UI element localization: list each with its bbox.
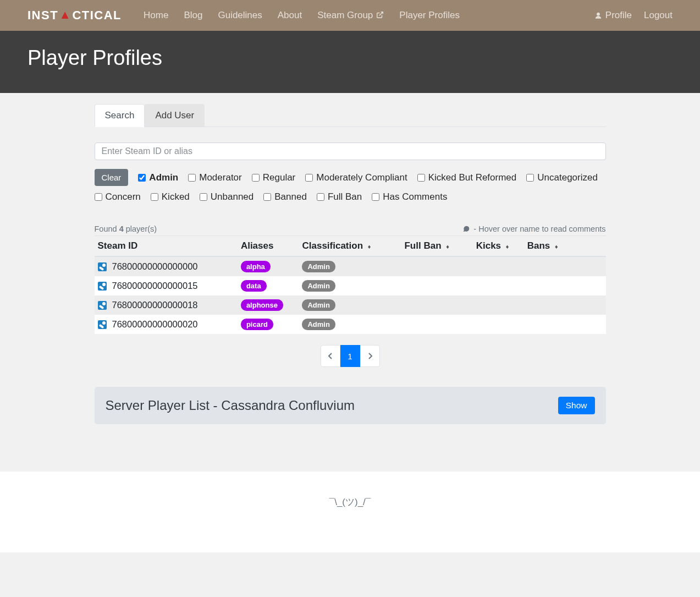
th-bans-label: Bans xyxy=(527,240,550,251)
search-input[interactable] xyxy=(95,143,606,160)
filter-admin-checkbox[interactable] xyxy=(138,174,146,182)
th-bans[interactable]: Bans ♦ xyxy=(524,236,606,257)
filter-uncategorized[interactable]: Uncategorized xyxy=(526,172,598,183)
filter-banned[interactable]: Banned xyxy=(263,191,307,202)
cell-full-ban xyxy=(401,295,472,315)
filter-moderately-compliant-checkbox[interactable] xyxy=(305,174,313,182)
tab-search[interactable]: Search xyxy=(95,104,145,127)
filter-moderator-checkbox[interactable] xyxy=(188,174,196,182)
alias-badge[interactable]: data xyxy=(241,280,267,292)
show-button[interactable]: Show xyxy=(558,397,595,414)
filter-unbanned[interactable]: Unbanned xyxy=(200,191,253,202)
nav-home[interactable]: Home xyxy=(144,10,168,21)
search-box xyxy=(95,143,606,160)
nav-right: Profile Logout xyxy=(594,10,673,21)
th-full-ban[interactable]: Full Ban ♦ xyxy=(401,236,472,257)
filter-kicked-but-reformed-checkbox[interactable] xyxy=(417,174,425,182)
logo-caret-icon: ▲ xyxy=(59,8,71,22)
filter-row: Clear Admin Moderator Regular Moderately… xyxy=(95,169,606,202)
filter-banned-label: Banned xyxy=(274,191,307,202)
steam-id-text[interactable]: 76800000000000015 xyxy=(112,281,198,291)
cell-alias: alpha xyxy=(238,256,299,276)
logo-pre: INST xyxy=(27,8,58,23)
nav-logout[interactable]: Logout xyxy=(644,10,673,21)
clear-button[interactable]: Clear xyxy=(95,169,129,186)
th-full-ban-label: Full Ban xyxy=(404,240,441,251)
filter-regular[interactable]: Regular xyxy=(252,172,296,183)
nav-about[interactable]: About xyxy=(278,10,302,21)
filter-regular-checkbox[interactable] xyxy=(252,174,260,182)
filter-moderately-compliant[interactable]: Moderately Compliant xyxy=(305,172,407,183)
alias-badge[interactable]: alpha xyxy=(241,261,271,272)
filter-has-comments[interactable]: Has Comments xyxy=(372,191,447,202)
filter-concern-checkbox[interactable] xyxy=(95,193,102,201)
steam-id-text[interactable]: 76800000000000020 xyxy=(112,319,198,329)
steam-icon[interactable] xyxy=(98,301,107,310)
th-kicks[interactable]: Kicks ♦ xyxy=(473,236,524,257)
filter-concern[interactable]: Concern xyxy=(95,191,141,202)
filter-full-ban[interactable]: Full Ban xyxy=(317,191,362,202)
tab-add-user[interactable]: Add User xyxy=(145,104,205,127)
steam-icon[interactable] xyxy=(98,320,107,329)
filter-banned-checkbox[interactable] xyxy=(263,193,271,201)
results-hint: - Hover over name to read comments xyxy=(462,224,605,233)
cell-alias: picard xyxy=(238,315,299,334)
nav-steam-group-label: Steam Group xyxy=(317,10,373,21)
nav-guidelines[interactable]: Guidelines xyxy=(218,10,262,21)
th-classification[interactable]: Classification ♦ xyxy=(299,236,401,257)
table-row: 76800000000000018alphonseAdmin xyxy=(95,295,606,315)
page-prev-button[interactable] xyxy=(321,345,340,367)
logo-post: CTICAL xyxy=(72,8,122,23)
steam-id-text[interactable]: 76800000000000000 xyxy=(112,261,198,271)
page-title: Player Profiles xyxy=(27,46,673,70)
filter-has-comments-checkbox[interactable] xyxy=(372,193,379,201)
nav-steam-group[interactable]: Steam Group xyxy=(317,10,384,21)
tab-bar: Search Add User xyxy=(95,104,606,127)
filter-unbanned-checkbox[interactable] xyxy=(200,193,207,201)
table-row: 76800000000000015dataAdmin xyxy=(95,276,606,295)
filter-uncategorized-checkbox[interactable] xyxy=(526,174,534,182)
cell-kicks xyxy=(473,315,524,334)
filter-kicked-but-reformed[interactable]: Kicked But Reformed xyxy=(417,172,517,183)
nav-player-profiles[interactable]: Player Profiles xyxy=(399,10,460,21)
sort-icon: ♦ xyxy=(506,243,509,250)
classification-badge: Admin xyxy=(302,319,335,330)
steam-id-text[interactable]: 76800000000000018 xyxy=(112,300,198,310)
nav-blog[interactable]: Blog xyxy=(184,10,202,21)
filter-concern-label: Concern xyxy=(106,191,141,202)
filter-kicked-label: Kicked xyxy=(162,191,190,202)
alias-badge[interactable]: picard xyxy=(241,319,273,330)
cell-kicks xyxy=(473,276,524,295)
steam-icon[interactable] xyxy=(98,282,107,291)
svg-point-1 xyxy=(597,13,600,16)
filter-moderator[interactable]: Moderator xyxy=(188,172,241,183)
cell-bans xyxy=(524,276,606,295)
steam-icon[interactable] xyxy=(98,262,107,271)
found-count: 4 xyxy=(119,224,124,233)
filter-unbanned-label: Unbanned xyxy=(211,191,253,202)
page-next-button[interactable] xyxy=(360,345,380,367)
alias-badge[interactable]: alphonse xyxy=(241,299,283,311)
players-table: Steam ID Aliases Classification ♦ Full B… xyxy=(95,235,606,334)
logo[interactable]: INST ▲ CTICAL xyxy=(27,8,122,23)
cell-bans xyxy=(524,295,606,315)
cell-full-ban xyxy=(401,315,472,334)
page-1-button[interactable]: 1 xyxy=(340,345,360,367)
filter-regular-label: Regular xyxy=(263,172,296,183)
cell-classification: Admin xyxy=(299,315,401,334)
filter-kicked-checkbox[interactable] xyxy=(151,193,158,201)
filter-admin[interactable]: Admin xyxy=(138,172,178,183)
nav-profile-label: Profile xyxy=(605,10,632,21)
filter-full-ban-label: Full Ban xyxy=(328,191,362,202)
external-link-icon xyxy=(376,10,384,21)
filter-full-ban-checkbox[interactable] xyxy=(317,193,324,201)
filter-moderator-label: Moderator xyxy=(199,172,241,183)
found-post: player(s) xyxy=(124,224,157,233)
cell-bans xyxy=(524,315,606,334)
filter-moderately-compliant-label: Moderately Compliant xyxy=(316,172,407,183)
filter-kicked[interactable]: Kicked xyxy=(151,191,190,202)
nav-profile[interactable]: Profile xyxy=(594,10,632,21)
filter-uncategorized-label: Uncategorized xyxy=(537,172,598,183)
results-hint-text: - Hover over name to read comments xyxy=(473,224,605,233)
cell-steam-id: 76800000000000015 xyxy=(95,276,238,295)
